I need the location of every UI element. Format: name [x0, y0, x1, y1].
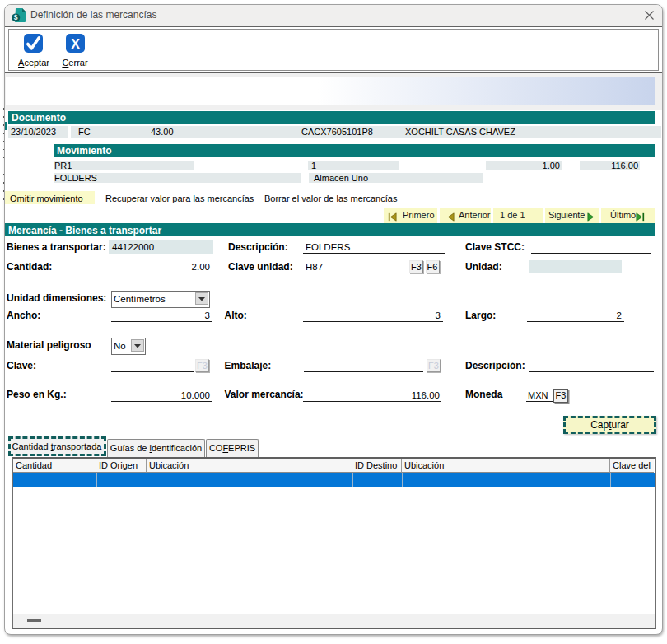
svg-text:$: $	[14, 13, 18, 21]
svg-text:X: X	[71, 37, 80, 51]
